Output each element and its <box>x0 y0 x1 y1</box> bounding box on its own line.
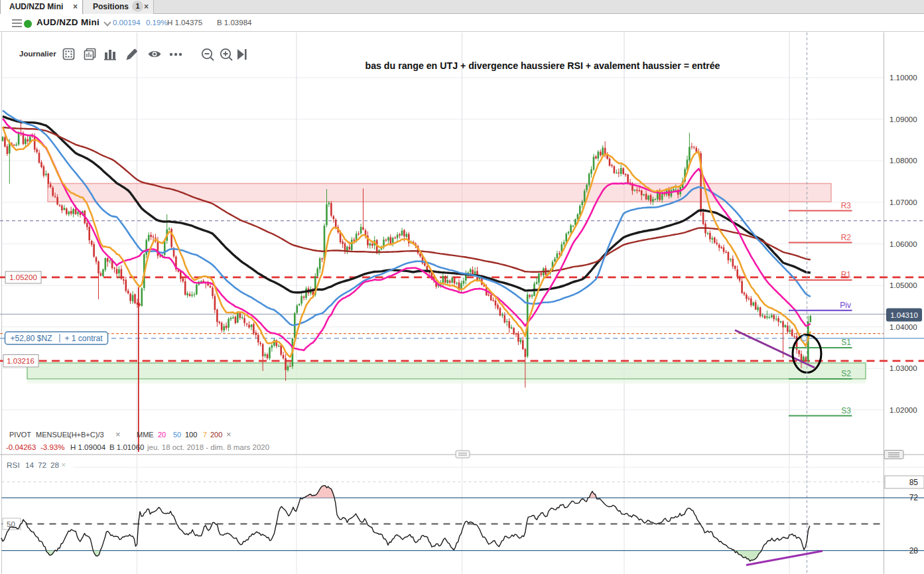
svg-text:×: × <box>226 429 231 439</box>
svg-text:S3: S3 <box>841 406 851 415</box>
svg-text:-0.04263: -0.04263 <box>6 443 36 451</box>
svg-text:-3.93%: -3.93% <box>40 443 64 451</box>
svg-text:S2: S2 <box>841 369 851 378</box>
svg-text:B 1.01060: B 1.01060 <box>109 443 144 451</box>
svg-text:PIVOT: PIVOT <box>9 431 31 439</box>
svg-text:72: 72 <box>909 493 919 502</box>
svg-text:MENSUEL: MENSUEL <box>36 431 71 439</box>
svg-text:1.10000: 1.10000 <box>890 74 917 82</box>
svg-text:MME: MME <box>137 431 154 439</box>
svg-text:R1: R1 <box>841 270 852 279</box>
svg-text:100: 100 <box>185 431 197 439</box>
svg-text:1.03000: 1.03000 <box>890 364 917 372</box>
svg-text:1.05200: 1.05200 <box>9 273 37 281</box>
svg-text:1.09000: 1.09000 <box>890 115 917 123</box>
svg-text:200: 200 <box>210 431 222 439</box>
svg-text:28: 28 <box>909 546 919 555</box>
svg-text:1.03216: 1.03216 <box>7 357 34 365</box>
svg-text:Piv: Piv <box>840 301 851 310</box>
svg-text:85: 85 <box>909 478 919 487</box>
svg-text:1.07000: 1.07000 <box>890 198 917 206</box>
svg-text:H 1.09004: H 1.09004 <box>70 443 106 451</box>
svg-text:RSI: RSI <box>7 461 20 470</box>
svg-text:1.04000: 1.04000 <box>890 323 917 331</box>
svg-text:R3: R3 <box>841 201 852 210</box>
svg-text:(H+B+C)/3: (H+B+C)/3 <box>69 431 104 439</box>
svg-text:20: 20 <box>158 431 166 439</box>
svg-text:14: 14 <box>25 461 34 470</box>
svg-text:1.05000: 1.05000 <box>890 281 917 289</box>
svg-text:1.06000: 1.06000 <box>890 240 917 248</box>
svg-text:jeu. 18 oct. 2018 - dim. 8 mar: jeu. 18 oct. 2018 - dim. 8 mars 2020 <box>147 443 269 451</box>
svg-text:R2: R2 <box>841 233 852 242</box>
svg-text:1.02000: 1.02000 <box>890 406 917 414</box>
svg-text:1.04310: 1.04310 <box>890 311 918 319</box>
svg-text:S1: S1 <box>841 338 851 347</box>
svg-text:+ 1 contrat: + 1 contrat <box>64 334 103 343</box>
svg-text:1.08000: 1.08000 <box>890 157 917 165</box>
svg-text:×: × <box>61 461 66 470</box>
svg-text:7: 7 <box>203 431 207 439</box>
svg-text:72: 72 <box>38 461 46 470</box>
svg-text:+52,80 $NZ: +52,80 $NZ <box>10 334 52 343</box>
svg-text:28: 28 <box>50 461 60 470</box>
svg-text:50: 50 <box>173 431 181 439</box>
svg-text:×: × <box>115 429 121 439</box>
